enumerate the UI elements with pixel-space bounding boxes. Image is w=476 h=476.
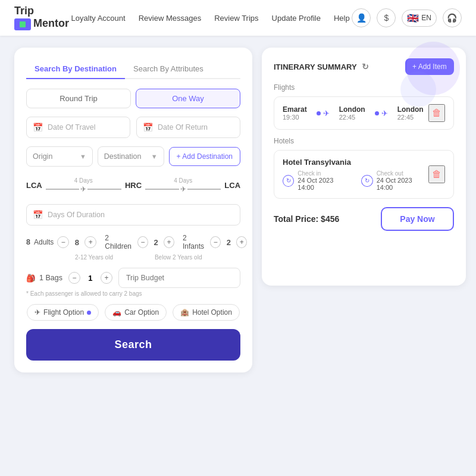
passengers-row: 8 Adults − 8 + 2 Children − 2 + 2 Infant… — [26, 234, 240, 250]
route-from: LCA — [26, 181, 42, 190]
duration-field[interactable]: 📅 Days Of Duration — [26, 204, 240, 226]
total-row: Total Price: $456 Pay Now — [274, 207, 454, 231]
infants-increase-btn[interactable]: + — [236, 236, 247, 248]
itinerary-header: ITINERARY SUMMARY ↻ + Add Item — [274, 58, 454, 75]
user-icon-btn[interactable]: 👤 — [352, 8, 371, 27]
adults-value: 8 — [73, 238, 81, 247]
flag-icon: 🇬🇧 — [407, 12, 419, 24]
add-item-button[interactable]: + Add Item — [405, 58, 454, 75]
refresh-icon[interactable]: ↻ — [362, 62, 369, 71]
main-content: Search By Destination Search By Attribut… — [0, 36, 476, 476]
connector-dot-1 — [317, 111, 321, 115]
flight-from-city: Emarat — [283, 105, 307, 114]
route-to: LCA — [224, 181, 240, 190]
nav-loyalty[interactable]: Loyalty Account — [71, 14, 126, 23]
bags-decrease-btn[interactable]: − — [68, 272, 80, 284]
adults-decrease-btn[interactable]: − — [57, 236, 69, 248]
flight-option-chip[interactable]: ✈ Flight Option — [27, 304, 99, 321]
nav-links: Loyalty Account Review Messages Review T… — [71, 14, 350, 23]
bags-increase-btn[interactable]: + — [101, 272, 112, 284]
bags-row: 🎒 1 Bags − 1 + — [26, 268, 240, 288]
currency-icon-btn[interactable]: $ — [377, 8, 396, 27]
hotel-delete-btn[interactable]: 🗑 — [428, 165, 445, 183]
plane-right-icon: ✈ — [80, 185, 86, 193]
flight-mid: London 22:45 — [339, 105, 365, 121]
itinerary-title-text: ITINERARY SUMMARY — [274, 62, 357, 71]
infants-decrease-btn[interactable]: − — [210, 236, 221, 248]
logo-icon — [14, 18, 31, 30]
children-increase-btn[interactable]: + — [164, 236, 174, 248]
bags-value: 1 — [86, 274, 95, 283]
checkin-value: 24 Oct 2023 14:00 — [298, 177, 349, 191]
flight-mid-city: London — [339, 105, 365, 114]
date-of-travel[interactable]: 📅 Date Of Travel — [26, 117, 130, 138]
destination-select[interactable]: Destination ▼ — [98, 146, 164, 167]
route-segment-1: 4 Days ✈ — [42, 177, 125, 193]
budget-input[interactable] — [118, 268, 240, 288]
flight-delete-btn[interactable]: 🗑 — [428, 104, 445, 122]
checkout-value: 24 Oct 2023 14:00 — [377, 177, 428, 191]
one-way-btn[interactable]: One Way — [136, 89, 240, 108]
flight-connector-2: ✈ — [370, 109, 393, 118]
nav-review-trips[interactable]: Review Trips — [214, 14, 258, 23]
calendar-return-icon: 📅 — [143, 123, 153, 132]
tab-destination[interactable]: Search By Destination — [26, 60, 125, 79]
flight-connector-1: ✈ — [312, 109, 334, 118]
car-option-label: Car Option — [124, 308, 159, 317]
flight-dot-indicator — [87, 311, 91, 315]
calendar-icon: 📅 — [33, 123, 43, 132]
bags-label: 🎒 1 Bags — [26, 274, 62, 283]
round-trip-btn[interactable]: Round Trip — [26, 89, 131, 108]
pay-now-button[interactable]: Pay Now — [381, 207, 453, 231]
flight-mid-time: 22:45 — [339, 114, 356, 121]
total-amount: $456 — [321, 214, 339, 224]
total-price-label: Total Price: $456 — [274, 214, 339, 224]
trip-type-row: Round Trip One Way — [26, 89, 240, 108]
tab-attributes[interactable]: Search By Attributes — [125, 60, 212, 79]
connector-plane-icon-2: ✈ — [381, 109, 388, 118]
date-row: 📅 Date Of Travel 📅 Date Of Return — [26, 117, 240, 138]
nav-icons: 👤 $ 🇬🇧 EN 🎧 — [352, 8, 462, 27]
date-travel-label: Date Of Travel — [48, 123, 96, 131]
nav-help[interactable]: Help — [334, 14, 350, 23]
language-btn[interactable]: 🇬🇧 EN — [402, 10, 437, 27]
hotel-option-label: Hotel Option — [192, 308, 232, 317]
origin-select[interactable]: Origin ▼ — [26, 146, 93, 167]
flight-from-time: 19:30 — [283, 114, 299, 121]
checkin-label: Check in — [298, 170, 349, 177]
hotel-option-chip[interactable]: 🏨 Hotel Option — [173, 304, 240, 321]
date-of-return[interactable]: 📅 Date Of Return — [136, 117, 240, 138]
flight-to-time: 22:45 — [397, 114, 414, 121]
destination-chevron-icon: ▼ — [151, 153, 158, 160]
bag-icon: 🎒 — [26, 274, 36, 283]
connector-dot-2 — [375, 111, 379, 115]
add-destination-btn[interactable]: + Add Destination — [169, 147, 240, 166]
infants-value: 2 — [224, 238, 233, 247]
logo: Trip Mentor — [14, 5, 69, 30]
hotel-dates: ↻ Check in 24 Oct 2023 14:00 ↻ Check out — [283, 170, 428, 191]
options-row: ✈ Flight Option 🚗 Car Option 🏨 Hotel Opt… — [26, 304, 240, 321]
car-option-chip[interactable]: 🚗 Car Option — [105, 304, 167, 321]
flight-to-city: London — [397, 105, 424, 114]
left-panel: Search By Destination Search By Attribut… — [14, 48, 252, 372]
infants-label: 2 Infants — [183, 234, 206, 250]
lang-label: EN — [421, 14, 431, 22]
children-decrease-btn[interactable]: − — [137, 236, 148, 248]
navbar: Trip Mentor Loyalty Account Review Messa… — [0, 0, 476, 36]
adults-increase-btn[interactable]: + — [84, 236, 96, 248]
destination-row: Origin ▼ Destination ▼ + Add Destination — [26, 146, 240, 167]
passenger-age-notes: 2-12 Years old Below 2 Years old — [26, 254, 240, 261]
checkout-icon: ↻ — [361, 175, 372, 187]
search-button[interactable]: Search — [26, 329, 240, 361]
bags-note: * Each passenger is allowed to carry 2 b… — [26, 290, 240, 297]
nav-update-profile[interactable]: Update Profile — [272, 14, 321, 23]
headset-icon-btn[interactable]: 🎧 — [443, 8, 462, 27]
hotel-checkin-group: ↻ Check in 24 Oct 2023 14:00 — [283, 170, 349, 191]
car-chip-icon: 🚗 — [112, 308, 121, 317]
flight-chip-icon: ✈ — [35, 308, 40, 317]
connector-plane-icon: ✈ — [323, 109, 330, 118]
right-panel-wrapper: ITINERARY SUMMARY ↻ + Add Item Flights E… — [262, 48, 466, 286]
hotel-card: Hotel Transylvania ↻ Check in 24 Oct 202… — [274, 150, 454, 199]
hotels-section-label: Hotels — [274, 137, 454, 145]
nav-review-messages[interactable]: Review Messages — [139, 14, 202, 23]
